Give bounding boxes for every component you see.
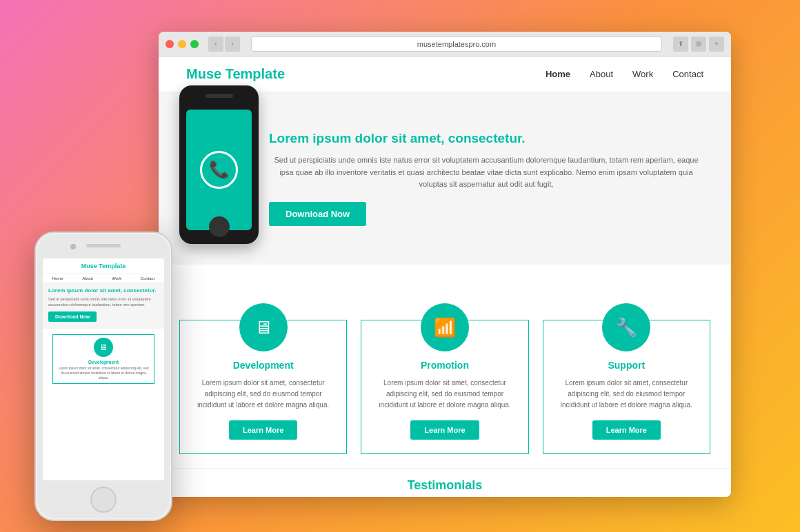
- phone-screen-dark: 📞: [186, 110, 252, 230]
- site-logo: Muse Template: [186, 66, 285, 82]
- browser-forward-button[interactable]: ›: [225, 37, 240, 52]
- mobile-nav-home[interactable]: Home: [52, 276, 63, 280]
- nav-contact[interactable]: Contact: [672, 69, 703, 79]
- feature-text-development: Lorem ipsum dolor sit amet, consectetur …: [190, 378, 336, 411]
- mobile-phone-inner: Muse Template Home About Work Contact Lo…: [37, 234, 170, 518]
- browser-actions: ⬆ ⊞ +: [673, 37, 724, 52]
- browser-tab-button[interactable]: ⊞: [691, 37, 706, 52]
- phone-mockup-dark: 📞: [179, 85, 259, 244]
- browser-menu-button[interactable]: +: [709, 37, 724, 52]
- feature-title-support: Support: [608, 360, 645, 371]
- feature-card-promotion: 📶 Promotion Lorem ipsum dolor sit amet, …: [361, 320, 528, 454]
- mobile-feature-section: 🖥 Development Lorem ipsum dolor sit amet…: [43, 329, 164, 389]
- mobile-home-button[interactable]: [90, 487, 117, 513]
- mobile-phone: Muse Template Home About Work Contact Lo…: [34, 232, 172, 521]
- mobile-hero-body: Sed ut perspiciatis unde omnis iste natu…: [48, 296, 159, 308]
- browser-bar: ‹ › musetemplatespro.com ⬆ ⊞ +: [159, 32, 731, 57]
- features-section: 🖥 Development Lorem ipsum dolor sit amet…: [159, 299, 731, 468]
- nav-about[interactable]: About: [590, 69, 613, 79]
- feature-card-development: 🖥 Development Lorem ipsum dolor sit amet…: [179, 320, 347, 454]
- hero-body: Sed ut perspiciatis unde omnis iste natu…: [269, 154, 703, 191]
- hero-section: 📞 Lorem ipsum dolor sit amet, consectetu…: [159, 92, 731, 265]
- feature-text-support: Lorem ipsum dolor sit amet, consectetur …: [554, 378, 699, 411]
- mobile-nav: Home About Work Contact: [43, 274, 164, 283]
- mobile-speaker: [86, 244, 121, 247]
- hero-title: Lorem ipsum dolor sit amet, consectetur.: [269, 131, 703, 146]
- download-now-button[interactable]: Download Now: [269, 202, 366, 226]
- mobile-download-button[interactable]: Download Now: [48, 311, 97, 322]
- feature-text-promotion: Lorem ipsum dolor sit amet, consectetur …: [372, 378, 517, 411]
- url-text: musetemplatespro.com: [417, 40, 496, 48]
- site-nav: Home About Work Contact: [546, 69, 703, 79]
- mobile-screen: Muse Template Home About Work Contact Lo…: [43, 258, 164, 480]
- mobile-feature-card: 🖥 Development Lorem ipsum dolor sit amet…: [52, 334, 154, 384]
- learn-more-support-button[interactable]: Learn More: [592, 420, 661, 440]
- browser-dot-red[interactable]: [166, 40, 174, 48]
- mobile-hero: Lorem ipsum dolor sit amet, consectetur.…: [43, 283, 164, 329]
- feature-card-support: 🔧 Support Lorem ipsum dolor sit amet, co…: [543, 320, 710, 454]
- nav-work[interactable]: Work: [632, 69, 653, 79]
- browser-share-button[interactable]: ⬆: [673, 37, 688, 52]
- browser-url-bar[interactable]: musetemplatespro.com: [251, 37, 662, 52]
- mobile-nav-about[interactable]: About: [82, 276, 93, 280]
- features-wrapper: 🖥 Development Lorem ipsum dolor sit amet…: [159, 265, 731, 468]
- phone-call-icon: 📞: [200, 151, 238, 189]
- mobile-feature-icon: 🖥: [94, 338, 113, 357]
- mobile-hero-title: Lorem ipsum dolor sit amet, consectetur.: [48, 287, 159, 294]
- mobile-nav-contact[interactable]: Contact: [141, 276, 155, 280]
- browser-back-button[interactable]: ‹: [208, 37, 223, 52]
- testimonials-section: Testimonials: [159, 468, 731, 497]
- mobile-logo: Muse Template: [48, 263, 159, 269]
- feature-title-promotion: Promotion: [421, 360, 469, 371]
- nav-home[interactable]: Home: [546, 69, 570, 79]
- browser-nav-buttons: ‹ ›: [208, 37, 240, 52]
- mobile-feature-text: Lorem ipsum dolor sit amet, consectetur …: [56, 366, 151, 380]
- mobile-nav-work[interactable]: Work: [112, 276, 121, 280]
- learn-more-promotion-button[interactable]: Learn More: [410, 420, 479, 440]
- testimonials-title: Testimonials: [159, 478, 731, 493]
- learn-more-development-button[interactable]: Learn More: [229, 420, 297, 440]
- hero-content: Lorem ipsum dolor sit amet, consectetur.…: [269, 131, 703, 226]
- browser-dot-yellow[interactable]: [178, 40, 186, 48]
- mobile-feature-title: Development: [88, 360, 119, 365]
- support-icon: 🔧: [602, 303, 650, 351]
- feature-title-development: Development: [233, 360, 294, 371]
- browser-dot-green[interactable]: [190, 40, 199, 48]
- browser-window: ‹ › musetemplatespro.com ⬆ ⊞ + Muse Temp…: [159, 32, 731, 497]
- scene: ‹ › musetemplatespro.com ⬆ ⊞ + Muse Temp…: [69, 18, 731, 514]
- mobile-camera: [70, 244, 76, 249]
- promotion-icon: 📶: [421, 303, 469, 351]
- development-icon: 🖥: [239, 303, 288, 351]
- mobile-site-header: Muse Template: [43, 258, 164, 274]
